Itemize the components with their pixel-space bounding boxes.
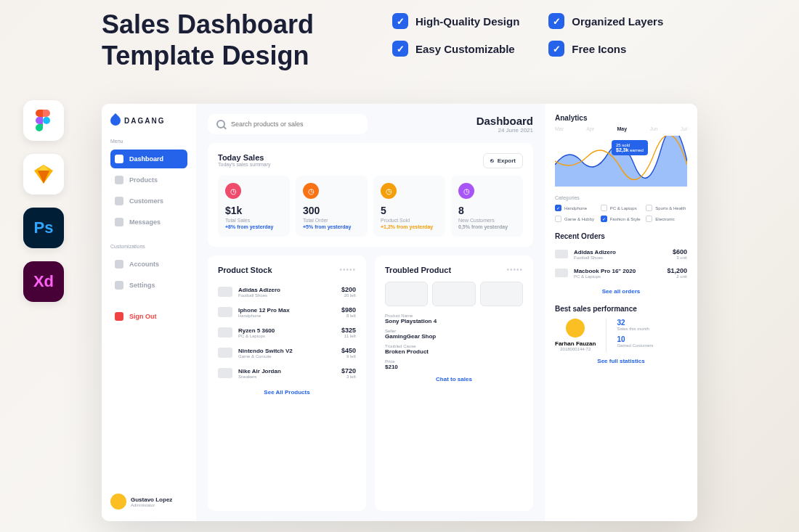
troubled-product-card: Troubled Product ••••• Product Name Sony… — [375, 255, 533, 511]
analytics-chart: 25 sold $2,3k earned — [555, 136, 687, 187]
stat-card: ◷ 300 Total Order +5% from yesterday — [296, 176, 368, 237]
stat-card: ◷ $1k Total Sales +8% from yesterday — [218, 176, 290, 237]
product-image[interactable] — [480, 282, 523, 306]
sidebar-item-accounts[interactable]: Accounts — [110, 255, 187, 274]
product-row[interactable]: Nintendo Switch V2Game & Console $4509 l… — [218, 343, 356, 363]
order-row[interactable]: Adidas AdizeroFootball Shoes $6003 unit — [555, 245, 687, 263]
mail-icon — [115, 218, 123, 226]
see-all-products-link[interactable]: See All Products — [218, 389, 356, 396]
avatar — [110, 494, 126, 510]
today-sales-card: Today Sales Today's sales summary ⎋ Expo… — [208, 143, 533, 247]
sidebar-item-signout[interactable]: Sign Out — [110, 307, 187, 326]
sidebar: DAGANG Menu Dashboard Products Customers… — [102, 104, 196, 521]
month-tab[interactable]: Jul — [681, 126, 687, 131]
more-icon[interactable]: ••••• — [339, 266, 356, 274]
topbar: Dashboard 24 June 2021 — [208, 114, 533, 134]
product-image[interactable] — [385, 282, 428, 306]
sidebar-item-products[interactable]: Products — [110, 171, 187, 189]
users-icon — [115, 197, 123, 205]
tool-icons: Ps Xd — [23, 100, 64, 302]
product-thumb — [218, 287, 232, 297]
product-row[interactable]: Nike Air JordanSneakers $7203 left — [218, 363, 356, 383]
stat-icon: ◷ — [225, 183, 241, 199]
month-tab[interactable]: May — [617, 126, 628, 131]
analytics-sidebar: Analytics MarAprMayJunJul 25 sold $2,3k … — [545, 104, 697, 521]
check-icon: ✓ — [392, 13, 408, 29]
see-full-stats-link[interactable]: See full statistics — [555, 358, 687, 364]
page-title: Dashboard 24 June 2021 — [476, 115, 533, 134]
product-row[interactable]: Iphone 12 Pro MaxHandphone $9808 left — [218, 302, 356, 322]
search-box[interactable] — [208, 114, 368, 134]
product-thumb — [555, 269, 568, 277]
sidebar-item-customers[interactable]: Customers — [110, 192, 187, 210]
order-row[interactable]: Macbook Pro 16" 2020PC & Laptops $1,2002… — [555, 263, 687, 282]
month-tab[interactable]: Apr — [586, 126, 594, 131]
category-checkbox[interactable]: Electronic — [646, 216, 687, 222]
user-block[interactable]: Gustavo Lopez Administator — [110, 494, 187, 510]
product-thumb — [218, 348, 232, 358]
category-checkbox[interactable]: PC & Laptops — [601, 205, 642, 211]
product-image[interactable] — [432, 282, 475, 306]
logout-icon — [115, 312, 123, 321]
month-tab[interactable]: Mar — [555, 126, 564, 131]
check-icon: ✓ — [548, 13, 564, 29]
main-content: Dashboard 24 June 2021 Today Sales Today… — [196, 104, 545, 521]
bag-icon — [115, 176, 123, 184]
photoshop-icon: Ps — [23, 208, 64, 248]
dashboard-window: DAGANG Menu Dashboard Products Customers… — [102, 104, 697, 521]
category-checkbox[interactable]: Sports & Health — [646, 205, 687, 211]
sidebar-item-messages[interactable]: Messages — [110, 213, 187, 232]
product-row[interactable]: Adidas AdizeroFootball Shoes $20020 left — [218, 282, 356, 302]
sidebar-item-settings[interactable]: Settings — [110, 276, 187, 295]
gear-icon — [115, 281, 123, 290]
stat-icon: ◷ — [458, 183, 474, 199]
more-icon[interactable]: ••••• — [506, 266, 523, 274]
user-name: Gustavo Lopez — [131, 496, 172, 503]
export-button[interactable]: ⎋ Export — [483, 153, 523, 168]
performer-user: Farhan Fauzan 2018000144-72 — [555, 319, 596, 351]
month-tab[interactable]: Jun — [649, 126, 657, 131]
stat-icon: ◷ — [381, 183, 397, 199]
chat-to-sales-link[interactable]: Chat to sales — [385, 376, 523, 382]
svg-point-0 — [43, 117, 50, 124]
product-row[interactable]: Ryzen 5 3600PC & Laptops $32511 left — [218, 322, 356, 343]
stat-card: ◷ 8 New Customers 0,5% from yesterday — [451, 176, 523, 237]
user-icon — [115, 260, 123, 269]
logo: DAGANG — [110, 115, 187, 126]
sidebar-item-dashboard[interactable]: Dashboard — [110, 150, 187, 168]
promo-title: Sales Dashboard Template Design — [102, 9, 314, 71]
custom-label: Customizations — [110, 244, 187, 249]
sketch-icon — [23, 154, 64, 195]
logo-icon — [108, 113, 123, 128]
grid-icon — [115, 155, 123, 163]
check-icon: ✓ — [392, 41, 408, 57]
export-icon: ⎋ — [490, 157, 494, 164]
stat-icon: ◷ — [303, 183, 319, 199]
product-stock-card: Product Stock ••••• Adidas AdizeroFootba… — [208, 255, 366, 511]
user-role: Administator — [131, 503, 172, 507]
category-checkbox[interactable]: ✓Handphone — [555, 205, 596, 211]
feature-list: ✓High-Quality Design ✓Organized Layers ✓… — [392, 13, 676, 57]
menu-label: Menu — [110, 139, 187, 144]
chart-tooltip: 25 sold $2,3k earned — [612, 140, 648, 155]
category-checkbox[interactable]: ✓Fashion & Style — [601, 216, 642, 222]
product-thumb — [218, 368, 232, 378]
product-thumb — [555, 250, 568, 258]
category-checkbox[interactable]: Game & Hobby — [555, 216, 596, 222]
see-all-orders-link[interactable]: See all orders — [555, 288, 687, 295]
search-input[interactable] — [231, 120, 359, 128]
xd-icon: Xd — [23, 261, 64, 302]
product-thumb — [218, 307, 232, 317]
stat-card: ◷ 5 Product Sold +1,2% from yesterday — [373, 176, 445, 237]
product-thumb — [218, 327, 232, 337]
check-icon: ✓ — [548, 41, 564, 57]
figma-icon — [23, 100, 64, 141]
search-icon — [216, 120, 225, 128]
avatar — [566, 319, 585, 337]
